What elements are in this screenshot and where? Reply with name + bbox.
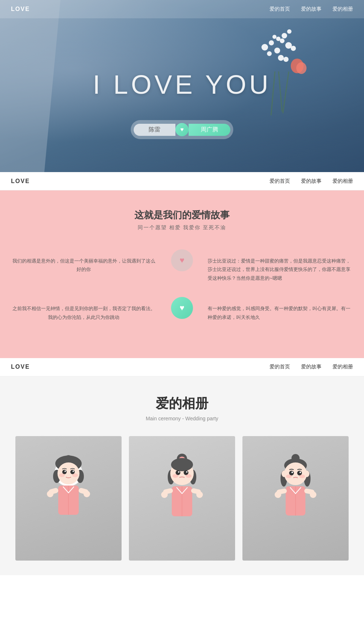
solid-nav-logo-1: LOVE	[11, 178, 30, 185]
svg-point-5	[57, 462, 79, 484]
hero-title: I LOVE YOU	[93, 70, 271, 100]
story-title: 这就是我们的爱情故事	[11, 209, 353, 222]
story-subtitle: 同一个愿望 相爱 我爱你 至死不渝	[11, 224, 353, 231]
solid-nav-links-2: 爱的首页 爱的故事 爱的相册	[270, 364, 353, 370]
cartoon-girl-3	[259, 447, 332, 550]
album-card-bg-1	[15, 436, 122, 561]
nav-links: 爱的首页 爱的故事 爱的相册	[270, 6, 353, 12]
svg-point-35	[161, 491, 168, 498]
solid-nav-1: LOVE 爱的首页 爱的故事 爱的相册	[0, 172, 364, 190]
story-text-left-2: 之前我不相信一见钟情，但是见到你的那一刻，我否定了我的看法。我的心为你沦陷，从此…	[11, 297, 171, 321]
solid-nav-link-album-2[interactable]: 爱的相册	[333, 364, 353, 370]
svg-point-10	[59, 473, 65, 477]
story-icon-2: ♥	[171, 297, 193, 319]
svg-point-24	[171, 458, 193, 471]
solid-nav-2: LOVE 爱的首页 爱的故事 爱的相册	[0, 358, 364, 376]
solid-nav-link-story-2[interactable]: 爱的故事	[301, 364, 322, 370]
svg-point-29	[172, 474, 178, 478]
svg-point-41	[284, 462, 307, 485]
svg-point-42	[282, 471, 287, 477]
solid-nav-links-1: 爱的首页 爱的故事 爱的相册	[270, 178, 353, 185]
nav-link-album[interactable]: 爱的相册	[333, 6, 353, 12]
hero-section: LOVE 爱的首页 爱的故事 爱的相册	[0, 0, 364, 172]
svg-point-16	[47, 491, 53, 497]
album-subtitle: Main ceremony - Wedding party	[11, 416, 353, 421]
svg-point-30	[186, 474, 192, 478]
solid-nav-link-home-2[interactable]: 爱的首页	[270, 364, 290, 370]
story-section: 这就是我们的爱情故事 同一个愿望 相爱 我爱你 至死不渝 我们的相遇是意外的，但…	[0, 190, 364, 358]
svg-point-8	[64, 471, 66, 472]
cartoon-girl-2	[145, 447, 219, 550]
nav-link-story[interactable]: 爱的故事	[301, 6, 322, 12]
story-row-1: 我们的相遇是意外的，但这是一个美丽幸福的意外，让我遇到了这么好的你 ♥ 莎士比亚…	[11, 249, 353, 282]
story-text-right-1: 莎士比亚说过：爱情是一种甜蜜的痛苦，但是我愿意忍受这种痛苦，莎士比亚还说过，世界…	[193, 249, 353, 282]
story-text-right-2: 有一种爱的感觉，叫感同身受。有一种爱的默契，叫心有灵犀。有一种爱的承诺，叫天长地…	[193, 297, 353, 321]
svg-point-47	[300, 472, 301, 473]
svg-point-55	[310, 491, 316, 498]
svg-point-9	[73, 471, 74, 472]
album-section: 爱的相册 Main ceremony - Wedding party	[0, 376, 364, 575]
svg-point-17	[83, 491, 90, 497]
solid-nav-link-home-1[interactable]: 爱的首页	[270, 178, 290, 185]
svg-point-11	[72, 473, 78, 477]
nav-logo: LOVE	[11, 6, 30, 12]
svg-point-43	[304, 471, 309, 477]
hero-heart-icon: ♥	[175, 123, 189, 136]
svg-point-28	[186, 471, 187, 473]
album-title: 爱的相册	[11, 395, 353, 413]
story-text-left-1: 我们的相遇是意外的，但这是一个美丽幸福的意外，让我遇到了这么好的你	[11, 249, 171, 274]
svg-point-7	[70, 470, 75, 474]
album-card-1[interactable]	[15, 436, 122, 561]
svg-point-46	[291, 472, 293, 473]
svg-point-54	[275, 491, 281, 498]
story-icon-1: ♥	[171, 249, 193, 271]
solid-nav-link-album-1[interactable]: 爱的相册	[333, 178, 353, 185]
album-card-2[interactable]	[129, 436, 235, 561]
solid-nav-logo-2: LOVE	[11, 364, 30, 370]
hero-name-right: 周广腾	[189, 124, 230, 136]
hero-bg-container: I LOVE YOU 陈雷 ♥ 周广腾	[0, 0, 364, 172]
solid-nav-link-story-1[interactable]: 爱的故事	[301, 178, 322, 185]
hero-names-bar: 陈雷 ♥ 周广腾	[131, 120, 233, 139]
album-card-3[interactable]	[242, 436, 349, 561]
svg-point-49	[299, 475, 305, 478]
svg-point-36	[196, 491, 203, 498]
album-card-bg-3	[242, 436, 349, 561]
svg-point-6	[62, 470, 67, 474]
hero-nav: LOVE 爱的首页 爱的故事 爱的相册	[0, 0, 364, 18]
svg-point-4	[65, 455, 72, 462]
story-row-2: 之前我不相信一见钟情，但是见到你的那一刻，我否定了我的看法。我的心为你沦陷，从此…	[11, 297, 353, 321]
nav-link-home[interactable]: 爱的首页	[270, 6, 290, 12]
svg-point-48	[286, 475, 292, 478]
svg-point-27	[178, 471, 179, 473]
cartoon-girl-1	[32, 447, 105, 550]
hero-name-left: 陈雷	[134, 124, 175, 136]
album-grid	[11, 436, 353, 561]
album-card-bg-2	[129, 436, 235, 561]
